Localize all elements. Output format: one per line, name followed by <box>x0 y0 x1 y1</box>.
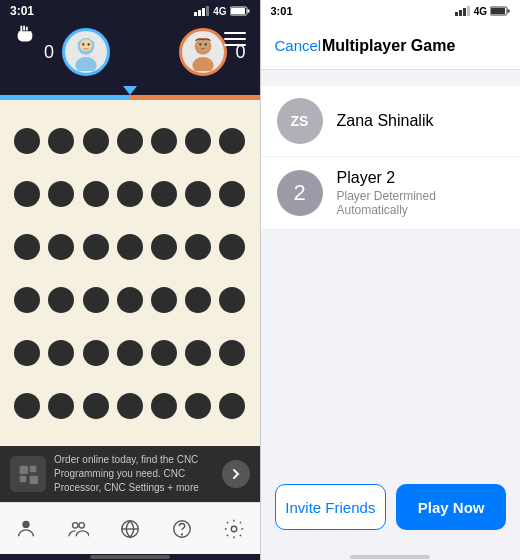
dot[interactable] <box>117 287 143 313</box>
dot[interactable] <box>48 128 74 154</box>
svg-rect-1 <box>198 10 201 16</box>
signal-icon <box>194 6 210 16</box>
dot[interactable] <box>14 340 40 366</box>
svg-rect-2 <box>202 8 205 16</box>
left-status-bar: 3:01 4G <box>0 0 260 22</box>
svg-point-15 <box>200 43 202 45</box>
dot[interactable] <box>14 181 40 207</box>
list-item[interactable]: 2 Player 2 Player Determined Automatical… <box>261 157 521 230</box>
dot[interactable] <box>219 287 245 313</box>
ad-arrow-button[interactable] <box>222 460 250 488</box>
dot[interactable] <box>185 234 211 260</box>
dot[interactable] <box>14 128 40 154</box>
svg-rect-29 <box>459 10 462 16</box>
right-time: 3:01 <box>271 5 293 17</box>
svg-point-22 <box>72 522 78 528</box>
page-title: Multiplayer Game <box>322 37 455 55</box>
list-item[interactable]: ZS Zana Shinalik <box>261 86 521 157</box>
dot[interactable] <box>151 393 177 419</box>
game-icon <box>14 24 36 50</box>
right-status-icons: 4G <box>455 6 510 17</box>
play-now-button[interactable]: Play Now <box>396 484 506 530</box>
ad-banner[interactable]: Order online today, find the CNC Program… <box>0 446 260 502</box>
dot[interactable] <box>83 234 109 260</box>
nav-group[interactable] <box>58 509 98 549</box>
dot[interactable] <box>219 340 245 366</box>
dot[interactable] <box>151 128 177 154</box>
dot[interactable] <box>83 128 109 154</box>
svg-rect-17 <box>20 466 28 474</box>
dot[interactable] <box>185 393 211 419</box>
home-bar-right <box>350 555 430 559</box>
dot[interactable] <box>83 287 109 313</box>
player-1-name: Zana Shinalik <box>337 112 505 130</box>
score-left: 0 <box>44 42 54 63</box>
dot[interactable] <box>48 287 74 313</box>
dot[interactable] <box>117 234 143 260</box>
dot[interactable] <box>185 287 211 313</box>
home-indicator-right <box>261 554 521 560</box>
svg-rect-33 <box>508 10 510 13</box>
dot[interactable] <box>48 393 74 419</box>
dot[interactable] <box>14 234 40 260</box>
nav-settings[interactable] <box>214 509 254 549</box>
network-label: 4G <box>213 6 226 17</box>
dot[interactable] <box>219 181 245 207</box>
cancel-button[interactable]: Cancel <box>275 37 322 54</box>
dot[interactable] <box>117 340 143 366</box>
nav-globe[interactable] <box>110 509 150 549</box>
right-battery-icon <box>490 6 510 16</box>
gear-icon <box>223 518 245 540</box>
dot[interactable] <box>151 181 177 207</box>
game-header: 0 <box>0 22 260 76</box>
dot[interactable] <box>117 393 143 419</box>
right-network-label: 4G <box>474 6 487 17</box>
dot[interactable] <box>83 181 109 207</box>
hamburger-icon <box>224 32 246 46</box>
player-2-info: Player 2 Player Determined Automatically <box>337 169 505 217</box>
person-icon <box>15 518 37 540</box>
svg-point-11 <box>88 43 90 45</box>
dot[interactable] <box>117 181 143 207</box>
right-signal-icon <box>455 6 471 16</box>
svg-rect-3 <box>206 6 209 16</box>
dot[interactable] <box>219 393 245 419</box>
left-status-icons: 4G <box>194 6 249 17</box>
svg-rect-6 <box>231 8 245 14</box>
right-nav-bar: Cancel Multiplayer Game <box>261 22 521 70</box>
fist-icon <box>14 24 36 46</box>
dot[interactable] <box>219 234 245 260</box>
dot[interactable] <box>151 234 177 260</box>
turn-indicator-container <box>0 80 260 95</box>
svg-point-10 <box>82 43 84 45</box>
dot[interactable] <box>14 393 40 419</box>
svg-point-23 <box>79 522 85 528</box>
nav-help[interactable] <box>162 509 202 549</box>
dot[interactable] <box>219 128 245 154</box>
home-bar-left <box>90 555 170 559</box>
dot[interactable] <box>48 234 74 260</box>
dot[interactable] <box>83 393 109 419</box>
nav-person[interactable] <box>6 509 46 549</box>
dot[interactable] <box>48 340 74 366</box>
svg-rect-30 <box>463 8 466 16</box>
right-status-bar: 3:01 4G <box>261 0 521 22</box>
dot[interactable] <box>14 287 40 313</box>
menu-button[interactable] <box>224 32 246 46</box>
dot[interactable] <box>185 181 211 207</box>
player-1-avatar: ZS <box>277 98 323 144</box>
battery-icon <box>230 6 250 16</box>
dot[interactable] <box>185 340 211 366</box>
dot[interactable] <box>151 340 177 366</box>
invite-friends-button[interactable]: Invite Friends <box>275 484 387 530</box>
dot[interactable] <box>48 181 74 207</box>
svg-rect-18 <box>30 466 37 473</box>
turn-arrow-icon <box>123 86 137 95</box>
avatar-left-image <box>67 33 105 71</box>
dot[interactable] <box>151 287 177 313</box>
dot[interactable] <box>117 128 143 154</box>
game-board[interactable] <box>0 100 260 446</box>
dot[interactable] <box>185 128 211 154</box>
dot[interactable] <box>83 340 109 366</box>
svg-point-9 <box>75 57 96 71</box>
